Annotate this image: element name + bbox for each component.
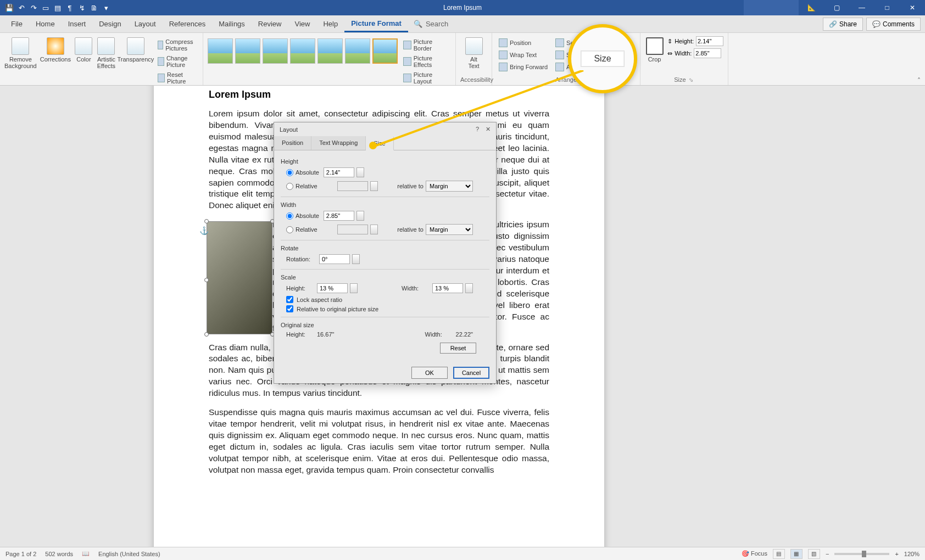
style-thumb[interactable] [317, 38, 343, 64]
collapse-ribbon-icon[interactable]: ˄ [917, 77, 921, 85]
height-relative-radio[interactable] [286, 183, 293, 190]
width-absolute-radio[interactable] [286, 212, 293, 220]
rotation-input[interactable] [319, 254, 350, 264]
reset-picture-button[interactable]: Reset Picture [155, 70, 198, 86]
height-absolute-radio[interactable] [286, 169, 293, 176]
style-thumb-selected[interactable] [372, 38, 398, 64]
size-dialog-launcher-icon[interactable]: ⬂ [688, 77, 694, 83]
language-indicator[interactable]: English (United States) [98, 551, 160, 557]
width-input[interactable] [694, 48, 721, 58]
qat-more-icon[interactable]: ▾ [101, 3, 111, 13]
close-icon[interactable]: ✕ [486, 126, 491, 133]
tab-design[interactable]: Design [92, 16, 127, 31]
comments-button[interactable]: 💬Comments [866, 18, 921, 31]
color-button[interactable]: Color [74, 35, 93, 63]
ribbon-display-icon[interactable]: 📐 [799, 0, 824, 15]
style-thumb[interactable] [235, 38, 260, 64]
inline-image[interactable]: ⚓ [207, 221, 272, 334]
close-icon[interactable]: ✕ [900, 0, 925, 15]
zoom-out-icon[interactable]: − [826, 551, 829, 557]
lock-aspect-checkbox[interactable] [286, 296, 293, 303]
bring-forward-button[interactable]: Bring Forward [497, 61, 550, 72]
share-button[interactable]: 🔗Share [823, 18, 863, 31]
tab-insert[interactable]: Insert [62, 16, 93, 31]
search-box[interactable]: 🔍 Search [408, 20, 454, 28]
read-mode-icon[interactable]: ▤ [773, 549, 785, 559]
style-thumb[interactable] [263, 38, 288, 64]
spinner-icon[interactable] [356, 211, 364, 221]
resize-handle[interactable] [204, 278, 209, 282]
window-restore-icon[interactable]: ▢ [824, 0, 849, 15]
picture-border-button[interactable]: Picture Border [401, 37, 451, 53]
spinner-icon[interactable] [465, 283, 473, 293]
dialog-tab-text-wrapping[interactable]: Text Wrapping [311, 136, 366, 150]
tab-view[interactable]: View [288, 16, 316, 31]
ok-button[interactable]: OK [411, 367, 448, 379]
cancel-button[interactable]: Cancel [453, 367, 489, 379]
spinner-icon[interactable] [352, 254, 360, 264]
focus-mode-button[interactable]: 🎯 Focus [742, 550, 767, 557]
page-indicator[interactable]: Page 1 of 2 [5, 551, 36, 557]
save-icon[interactable]: 💾 [4, 3, 14, 13]
width-absolute-input[interactable] [324, 211, 354, 221]
crop-button[interactable]: Crop [645, 35, 664, 63]
qat-icon[interactable]: ↯ [77, 3, 87, 13]
qat-icon[interactable]: ▤ [53, 3, 63, 13]
tab-help[interactable]: Help [316, 16, 344, 31]
style-thumb[interactable] [290, 38, 315, 64]
transparency-button[interactable]: Transparency [119, 35, 152, 63]
picture-effects-button[interactable]: Picture Effects [401, 54, 451, 69]
zoom-slider[interactable] [834, 553, 889, 555]
height-field[interactable]: ⇕Height: [667, 36, 723, 46]
tab-file[interactable]: File [4, 16, 29, 31]
spinner-icon[interactable] [370, 181, 378, 191]
zoom-level[interactable]: 120% [904, 551, 920, 557]
reset-button[interactable]: Reset [440, 343, 476, 354]
artistic-effects-button[interactable]: Artistic Effects [97, 35, 116, 69]
tab-home[interactable]: Home [29, 16, 62, 31]
tab-picture-format[interactable]: Picture Format [344, 16, 408, 32]
tab-references[interactable]: References [163, 16, 212, 31]
change-picture-button[interactable]: Change Picture [155, 54, 198, 69]
print-layout-icon[interactable]: ▦ [790, 549, 803, 559]
corrections-button[interactable]: Corrections [40, 35, 71, 63]
minimize-icon[interactable]: — [849, 0, 874, 15]
account-area[interactable] [744, 0, 799, 15]
redo-icon[interactable]: ↷ [29, 3, 38, 13]
spinner-icon[interactable] [350, 283, 358, 293]
style-thumb[interactable] [345, 38, 370, 64]
qat-icon[interactable]: ▭ [41, 3, 51, 13]
spinner-icon[interactable] [356, 167, 364, 177]
picture-styles-gallery[interactable] [208, 35, 398, 64]
tab-mailings[interactable]: Mailings [212, 16, 252, 31]
wrap-text-button[interactable]: Wrap Text [497, 49, 550, 60]
tab-review[interactable]: Review [252, 16, 288, 31]
style-thumb[interactable] [208, 38, 233, 64]
relative-original-checkbox[interactable] [286, 305, 293, 312]
height-input[interactable] [696, 36, 723, 46]
width-relative-to-select[interactable]: Margin [426, 224, 473, 235]
position-button[interactable]: Position [497, 37, 550, 48]
alt-text-button[interactable]: Alt Text [460, 35, 487, 69]
qat-icon[interactable]: ¶ [65, 3, 75, 13]
spinner-icon[interactable] [370, 225, 378, 234]
maximize-icon[interactable]: □ [874, 0, 900, 15]
resize-handle[interactable] [204, 332, 209, 337]
web-layout-icon[interactable]: ▧ [808, 549, 820, 559]
undo-icon[interactable]: ↶ [16, 3, 26, 13]
help-icon[interactable]: ? [476, 126, 479, 133]
resize-handle[interactable] [204, 219, 209, 223]
scale-width-input[interactable] [432, 283, 463, 293]
compress-pictures-button[interactable]: Compress Pictures [155, 37, 198, 53]
width-relative-radio[interactable] [286, 226, 293, 233]
picture-layout-button[interactable]: Picture Layout [401, 70, 451, 86]
height-absolute-input[interactable] [324, 167, 354, 177]
zoom-in-icon[interactable]: + [895, 551, 898, 557]
qat-icon[interactable]: 🗎 [89, 3, 99, 13]
remove-background-button[interactable]: Remove Background [4, 35, 37, 69]
tab-layout[interactable]: Layout [128, 16, 163, 31]
scale-height-input[interactable] [317, 283, 348, 293]
height-relative-to-select[interactable]: Margin [426, 181, 473, 192]
dialog-tab-position[interactable]: Position [274, 136, 311, 150]
spell-check-icon[interactable]: 📖 [82, 550, 90, 557]
